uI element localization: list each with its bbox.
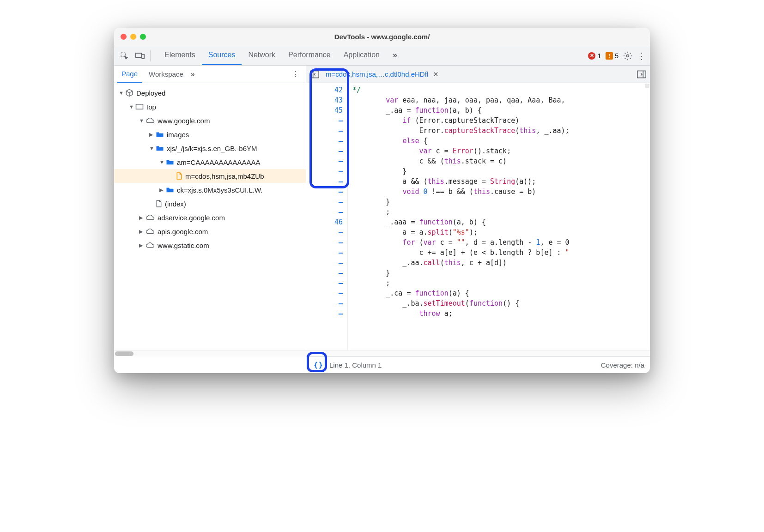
tree-item[interactable]: ▼am=CAAAAAAAAAAAAAA bbox=[114, 155, 306, 169]
close-tab-icon[interactable]: ✕ bbox=[433, 70, 439, 79]
navigator-tab-workspace[interactable]: Workspace bbox=[144, 66, 188, 83]
disclosure-triangle-icon[interactable]: ▶ bbox=[139, 242, 145, 248]
gutter-line[interactable]: – bbox=[306, 288, 343, 298]
tree-item[interactable]: ▼www.google.com bbox=[114, 114, 306, 127]
more-tabs-icon[interactable]: » bbox=[386, 46, 404, 65]
more-options-icon[interactable]: ⋮ bbox=[637, 51, 646, 60]
tree-item[interactable]: m=cdos,hsm,jsa,mb4ZUb bbox=[114, 169, 306, 183]
gutter-line[interactable]: – bbox=[306, 258, 343, 268]
disclosure-triangle-icon[interactable]: ▶ bbox=[139, 229, 145, 235]
code-line: } bbox=[352, 166, 645, 176]
disclosure-triangle-icon[interactable]: ▼ bbox=[159, 159, 165, 165]
editor-tab-open-file[interactable]: m=cdos,hsm,jsa,…c,dtl0hd,eHDfl ✕ bbox=[323, 70, 442, 79]
tree-item-label: m=cdos,hsm,jsa,mb4ZUb bbox=[185, 172, 264, 180]
tree-item[interactable]: ▶adservice.google.com bbox=[114, 211, 306, 224]
code-line: _.aa = function(a, b) { bbox=[352, 105, 645, 115]
gutter-line[interactable]: – bbox=[306, 187, 343, 197]
code-line: c += a[e] + (e < b.length ? b[e] : " bbox=[352, 248, 645, 258]
tree-item-label: adservice.google.com bbox=[158, 214, 225, 222]
tree-item[interactable]: (index) bbox=[114, 197, 306, 211]
settings-icon[interactable] bbox=[623, 51, 632, 60]
gutter-line[interactable]: – bbox=[306, 146, 343, 156]
gutter-line[interactable]: – bbox=[306, 156, 343, 166]
horizontal-scrollbar[interactable] bbox=[306, 350, 650, 357]
tree-item-label: images bbox=[167, 131, 189, 139]
cloud-icon bbox=[146, 228, 155, 235]
code-line: if (Error.captureStackTrace) bbox=[352, 115, 645, 126]
navigator-more-tabs-icon[interactable]: » bbox=[191, 70, 195, 79]
gutter-line[interactable]: – bbox=[306, 308, 343, 319]
code-line: c && (this.stack = c) bbox=[352, 156, 645, 166]
toggle-navigator-icon[interactable] bbox=[310, 70, 319, 79]
line-gutter[interactable]: 424345––––––––––46––––––––– bbox=[306, 83, 348, 357]
disclosure-triangle-icon[interactable]: ▼ bbox=[129, 104, 134, 109]
gutter-line[interactable]: 43 bbox=[306, 95, 343, 105]
gutter-line[interactable]: – bbox=[306, 268, 343, 278]
error-count[interactable]: ✕ 1 bbox=[588, 52, 601, 60]
device-toolbar-icon[interactable] bbox=[133, 49, 146, 62]
inspect-element-icon[interactable] bbox=[118, 49, 131, 62]
disclosure-triangle-icon[interactable]: ▶ bbox=[149, 132, 155, 138]
box-icon bbox=[125, 89, 133, 97]
tree-item[interactable]: ▼top bbox=[114, 100, 306, 114]
gutter-line[interactable]: – bbox=[306, 298, 343, 308]
disclosure-triangle-icon[interactable]: ▼ bbox=[119, 90, 124, 96]
code-line: for (var c = "", d = a.length - 1, e = 0 bbox=[352, 237, 645, 248]
cloud-icon bbox=[146, 214, 155, 221]
disclosure-triangle-icon[interactable]: ▼ bbox=[149, 145, 155, 151]
pretty-print-button[interactable] bbox=[312, 359, 325, 372]
tree-item[interactable]: ▶apis.google.com bbox=[114, 224, 306, 238]
tree-item[interactable]: ▼xjs/_/js/k=xjs.s.en_GB.-b6YM bbox=[114, 141, 306, 155]
code-area[interactable]: */ var eaa, naa, jaa, oaa, paa, qaa, Aaa… bbox=[348, 83, 650, 357]
gutter-line[interactable]: – bbox=[306, 115, 343, 126]
gutter-line[interactable]: – bbox=[306, 207, 343, 217]
tab-sources[interactable]: Sources bbox=[202, 46, 242, 65]
code-line: } bbox=[352, 268, 645, 278]
folder-icon bbox=[156, 145, 164, 151]
panel-tabs: Elements Sources Network Performance App… bbox=[158, 46, 404, 65]
disclosure-triangle-icon[interactable]: ▶ bbox=[159, 187, 165, 193]
navigator-panel: Page Workspace » ⋮ ▼Deployed▼top▼www.goo… bbox=[114, 66, 306, 373]
disclosure-triangle-icon[interactable]: ▶ bbox=[139, 215, 145, 221]
gutter-line[interactable]: 42 bbox=[306, 85, 343, 95]
warning-count-value: 5 bbox=[615, 52, 618, 60]
gutter-line[interactable]: – bbox=[306, 126, 343, 136]
gutter-line[interactable]: 46 bbox=[306, 217, 343, 227]
tree-item-label: xjs/_/js/k=xjs.s.en_GB.-b6YM bbox=[167, 145, 257, 152]
tree-item[interactable]: ▼Deployed bbox=[114, 86, 306, 100]
tree-item[interactable]: ▶www.gstatic.com bbox=[114, 238, 306, 252]
tab-elements[interactable]: Elements bbox=[158, 46, 202, 65]
tab-network[interactable]: Network bbox=[242, 46, 282, 65]
navigator-tabs: Page Workspace » ⋮ bbox=[114, 66, 306, 83]
svg-point-3 bbox=[627, 54, 629, 57]
gutter-line[interactable]: – bbox=[306, 237, 343, 248]
tab-performance[interactable]: Performance bbox=[282, 46, 337, 65]
navigator-tab-page[interactable]: Page bbox=[117, 66, 142, 83]
tree-item-label: Deployed bbox=[136, 89, 165, 97]
code-line: ; bbox=[352, 278, 645, 288]
doc-icon bbox=[156, 200, 162, 208]
gutter-line[interactable]: – bbox=[306, 278, 343, 288]
error-icon: ✕ bbox=[588, 52, 595, 60]
tree-item[interactable]: ▶ck=xjs.s.0Mx5ys3sCUI.L.W. bbox=[114, 183, 306, 197]
gutter-line[interactable]: – bbox=[306, 166, 343, 176]
toggle-debugger-icon[interactable] bbox=[637, 70, 646, 79]
gutter-line[interactable]: – bbox=[306, 136, 343, 146]
editor-tab-label: m=cdos,hsm,jsa,…c,dtl0hd,eHDfl bbox=[326, 70, 428, 78]
gutter-line[interactable]: – bbox=[306, 248, 343, 258]
disclosure-triangle-icon[interactable]: ▼ bbox=[139, 118, 145, 123]
tree-item-label: www.gstatic.com bbox=[158, 242, 209, 249]
code-line: } bbox=[352, 197, 645, 207]
tab-application[interactable]: Application bbox=[337, 46, 386, 65]
tree-item[interactable]: ▶images bbox=[114, 127, 306, 141]
editor-body[interactable]: 424345––––––––––46––––––––– */ var eaa, … bbox=[306, 83, 650, 357]
toolbar-right: ✕ 1 ! 5 ⋮ bbox=[588, 51, 646, 60]
warning-count[interactable]: ! 5 bbox=[606, 52, 618, 60]
gutter-line[interactable]: 45 bbox=[306, 105, 343, 115]
file-tree[interactable]: ▼Deployed▼top▼www.google.com▶images▼xjs/… bbox=[114, 83, 306, 373]
navigator-options-icon[interactable]: ⋮ bbox=[288, 70, 303, 79]
gutter-line[interactable]: – bbox=[306, 176, 343, 187]
gutter-line[interactable]: – bbox=[306, 197, 343, 207]
gutter-line[interactable]: – bbox=[306, 227, 343, 237]
code-line: _.ca = function(a) { bbox=[352, 288, 645, 298]
